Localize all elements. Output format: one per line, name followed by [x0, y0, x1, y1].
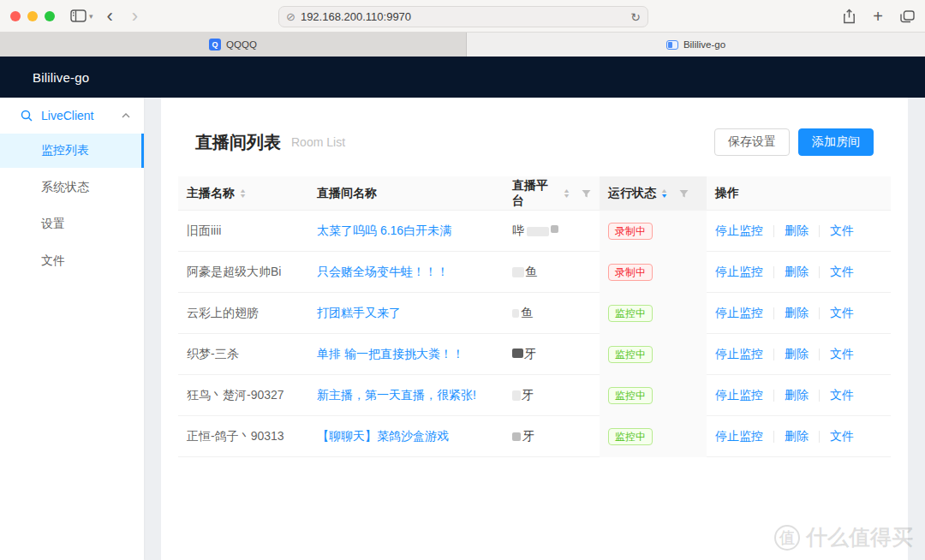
reload-icon[interactable]: ↻ [630, 10, 641, 24]
page-subtitle: Room List [291, 135, 714, 149]
files-link[interactable]: 文件 [830, 223, 854, 239]
search-icon [21, 110, 33, 122]
back-icon[interactable]: ‹ [107, 7, 113, 26]
page-header: 直播间列表 Room List 保存设置 添加房间 [161, 98, 908, 176]
tab-strip: Q QQQQ Bililive-go [0, 33, 925, 57]
status-badge: 监控中 [608, 428, 653, 445]
status-badge: 录制中 [608, 223, 653, 240]
stop-monitor-link[interactable]: 停止监控 [715, 388, 763, 403]
delete-link[interactable]: 删除 [785, 265, 809, 280]
sidebar-item-label: 设置 [41, 217, 65, 232]
window-controls [10, 11, 55, 21]
delete-link[interactable]: 删除 [785, 429, 809, 444]
streamer-name: 旧面iiii [178, 223, 308, 239]
column-header-streamer[interactable]: 主播名称 ▲▼ [178, 176, 308, 211]
room-link[interactable]: 打团糕手又来了 [317, 306, 401, 319]
sort-icon[interactable]: ▲▼ [564, 188, 570, 199]
room-link[interactable]: 【聊聊天】菜鸽沙盒游戏 [317, 429, 449, 443]
streamer-name: 阿豪是超级大帅Bi [178, 265, 308, 280]
tab-qqqq[interactable]: Q QQQQ [0, 33, 467, 57]
streamer-name: 狂鸟丶楚河-90327 [178, 388, 308, 403]
main-content: 直播间列表 Room List 保存设置 添加房间 主播名称 ▲▼ 直播间名称 … [161, 98, 908, 560]
close-window-button[interactable] [10, 11, 21, 21]
platform-cell: 牙 [504, 388, 600, 403]
minimize-window-button[interactable] [27, 11, 38, 21]
censor-blur [512, 309, 519, 318]
status-badge: 监控中 [608, 346, 653, 363]
page-settings-icon[interactable]: ⊘ [286, 10, 295, 23]
filter-icon[interactable] [582, 189, 591, 199]
row-operations: 停止监控删除文件 [707, 223, 891, 239]
platform-cell: 鱼 [504, 306, 600, 321]
share-icon[interactable] [843, 9, 856, 24]
delete-link[interactable]: 删除 [785, 388, 809, 403]
zoom-window-button[interactable] [45, 11, 55, 21]
table-row: 阿豪是超级大帅Bi 只会赌全场变牛蛙！！！ 鱼 录制中 停止监控删除文件 [178, 252, 891, 293]
stop-monitor-link[interactable]: 停止监控 [715, 347, 763, 362]
files-link[interactable]: 文件 [830, 347, 854, 362]
browser-toolbar: ▾ ‹ › ⊘ 192.168.200.110:9970 ↻ + [0, 0, 925, 33]
chevron-up-icon [122, 113, 130, 118]
sidebar-item-files[interactable]: 文件 [0, 244, 144, 278]
censor-blur [512, 390, 521, 401]
streamer-name: 正恒-鸽子丶90313 [178, 429, 308, 444]
filter-icon[interactable] [679, 189, 689, 199]
new-tab-icon[interactable]: + [873, 8, 883, 25]
tab-label: Bililive-go [683, 39, 725, 50]
censor-blur [512, 432, 521, 441]
room-link[interactable]: 新主播，第一天直播，很紧张! [317, 388, 476, 402]
sort-icon[interactable]: ▲▼ [661, 188, 667, 199]
files-link[interactable]: 文件 [830, 429, 854, 444]
row-operations: 停止监控删除文件 [707, 429, 891, 444]
forward-icon[interactable]: › [132, 7, 138, 26]
status-badge: 监控中 [608, 305, 653, 322]
qqqq-favicon-icon: Q [209, 39, 221, 51]
room-link[interactable]: 单排 输一把直接挑大粪！！ [317, 347, 464, 360]
bililive-favicon-icon [666, 40, 678, 50]
sidebar-group-label: LiveClient [41, 109, 122, 122]
censor-blur [527, 227, 549, 236]
column-header-status[interactable]: 运行状态 ▲▼ [600, 176, 707, 211]
address-bar[interactable]: ⊘ 192.168.200.110:9970 ↻ [278, 6, 648, 27]
table-row: 旧面iiii 太菜了呜呜 6.16白开未满 哔 录制中 停止监控删除文件 [178, 211, 891, 252]
table-row: 织梦-三杀 单排 输一把直接挑大粪！！ 牙 监控中 停止监控删除文件 [178, 334, 891, 375]
sidebar-item-monitor-list[interactable]: 监控列表 [0, 134, 144, 168]
table-header-row: 主播名称 ▲▼ 直播间名称 直播平台 ▲▼ 运行状态 ▲▼ [178, 176, 891, 211]
tab-bililive-go[interactable]: Bililive-go [467, 33, 925, 57]
table-row: 云彩上的翅膀 打团糕手又来了 鱼 监控中 停止监控删除文件 [178, 293, 891, 334]
table-row: 狂鸟丶楚河-90327 新主播，第一天直播，很紧张! 牙 监控中 停止监控删除文… [178, 375, 891, 416]
column-header-platform[interactable]: 直播平台 ▲▼ [504, 176, 600, 211]
delete-link[interactable]: 删除 [785, 306, 809, 321]
row-operations: 停止监控删除文件 [707, 265, 891, 280]
room-link[interactable]: 太菜了呜呜 6.16白开未满 [317, 223, 451, 237]
sidebar-menu-chevron-icon[interactable]: ▾ [89, 12, 93, 21]
stop-monitor-link[interactable]: 停止监控 [715, 265, 763, 280]
page-title: 直播间列表 [195, 131, 281, 154]
streamer-name: 云彩上的翅膀 [178, 306, 308, 321]
sidebar: LiveClient 监控列表 系统状态 设置 文件 [0, 98, 144, 560]
sidebar-group-liveclient[interactable]: LiveClient [0, 98, 144, 134]
stop-monitor-link[interactable]: 停止监控 [715, 223, 763, 239]
sidebar-item-system-status[interactable]: 系统状态 [0, 170, 144, 205]
censor-blur [551, 225, 558, 233]
platform-cell: 鱼 [504, 265, 600, 280]
add-room-button[interactable]: 添加房间 [798, 128, 874, 156]
save-settings-button[interactable]: 保存设置 [714, 128, 790, 156]
sort-icon[interactable]: ▲▼ [240, 188, 246, 199]
censor-blur [512, 349, 523, 358]
sidebar-item-settings[interactable]: 设置 [0, 207, 144, 241]
files-link[interactable]: 文件 [830, 306, 854, 321]
stop-monitor-link[interactable]: 停止监控 [715, 306, 763, 321]
tab-label: QQQQ [226, 39, 257, 50]
row-operations: 停止监控删除文件 [707, 388, 891, 403]
delete-link[interactable]: 删除 [785, 223, 809, 239]
sidebar-toggle-icon[interactable] [70, 9, 87, 22]
files-link[interactable]: 文件 [830, 388, 854, 403]
sidebar-item-label: 系统状态 [41, 180, 89, 195]
tab-overview-icon[interactable] [900, 10, 915, 23]
delete-link[interactable]: 删除 [785, 347, 809, 362]
room-link[interactable]: 只会赌全场变牛蛙！！！ [317, 265, 449, 278]
room-table: 主播名称 ▲▼ 直播间名称 直播平台 ▲▼ 运行状态 ▲▼ [178, 176, 891, 457]
stop-monitor-link[interactable]: 停止监控 [715, 429, 763, 444]
files-link[interactable]: 文件 [830, 265, 854, 280]
